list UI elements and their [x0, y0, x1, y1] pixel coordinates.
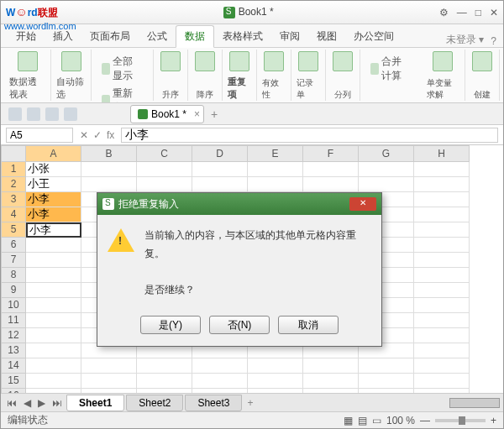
cell[interactable]	[81, 177, 137, 192]
col-header[interactable]: E	[248, 145, 303, 162]
ribbon-showall[interactable]: 全部显示	[97, 53, 148, 85]
row-header[interactable]: 11	[1, 313, 26, 328]
document-tab[interactable]: Book1 *×	[130, 105, 204, 123]
cell[interactable]	[414, 343, 470, 358]
ribbon-pivot[interactable]: 数据透视表	[4, 50, 51, 101]
col-header[interactable]: G	[359, 145, 414, 162]
cell[interactable]	[26, 253, 81, 268]
cell[interactable]	[359, 177, 414, 192]
cell[interactable]	[248, 374, 303, 389]
hscroll[interactable]	[449, 398, 500, 408]
cell[interactable]	[359, 162, 414, 177]
cell[interactable]	[26, 283, 81, 298]
cell[interactable]	[26, 238, 81, 253]
row-header[interactable]: 9	[1, 283, 26, 298]
cell[interactable]	[137, 374, 192, 389]
close-button[interactable]: ✕	[490, 7, 498, 18]
cell[interactable]	[414, 238, 470, 253]
cell[interactable]	[192, 162, 248, 177]
menu-formula[interactable]: 公式	[139, 26, 176, 47]
cell[interactable]	[81, 374, 137, 389]
dialog-titlebar[interactable]: 拒绝重复输入 ✕	[97, 193, 381, 215]
nav-next-icon[interactable]: ▶	[35, 397, 48, 409]
menu-view[interactable]: 视图	[308, 26, 345, 47]
sheet-tab-2[interactable]: Sheet2	[126, 395, 183, 411]
cancel-icon[interactable]: ✕	[80, 129, 88, 141]
nav-last-icon[interactable]: ⏭	[50, 397, 65, 409]
cell[interactable]	[303, 358, 359, 374]
cell[interactable]	[137, 358, 192, 374]
cell[interactable]	[26, 358, 81, 374]
maximize-button[interactable]: □	[475, 7, 481, 18]
cell[interactable]	[26, 343, 81, 358]
col-header[interactable]: A	[26, 145, 81, 162]
row-header[interactable]: 14	[1, 358, 26, 374]
qat-save-icon[interactable]	[8, 107, 22, 121]
col-header[interactable]: C	[137, 145, 192, 162]
ribbon-create[interactable]: 创建	[465, 50, 500, 101]
cell[interactable]	[248, 177, 303, 192]
qat-print-icon[interactable]	[27, 107, 40, 121]
menu-data[interactable]: 数据	[176, 25, 214, 48]
row-header[interactable]: 8	[1, 268, 26, 283]
menu-office[interactable]: 办公空间	[345, 26, 402, 47]
row-header[interactable]: 6	[1, 238, 26, 253]
cell[interactable]: 小李	[26, 207, 81, 222]
nav-prev-icon[interactable]: ◀	[21, 397, 34, 409]
cell[interactable]	[414, 328, 470, 343]
cell[interactable]: 小王	[26, 177, 81, 192]
cell[interactable]	[414, 298, 470, 313]
cell[interactable]	[414, 374, 470, 389]
ribbon-validate[interactable]: 有效性	[257, 50, 291, 101]
sheet-tab-1[interactable]: Sheet1	[66, 395, 124, 411]
cell[interactable]	[192, 358, 248, 374]
cell[interactable]	[248, 162, 303, 177]
row-header[interactable]: 2	[1, 177, 26, 192]
menu-layout[interactable]: 页面布局	[81, 26, 139, 47]
cell[interactable]	[26, 328, 81, 343]
col-header[interactable]: B	[81, 145, 137, 162]
menu-review[interactable]: 审阅	[271, 26, 308, 47]
cell[interactable]	[192, 177, 248, 192]
cell[interactable]	[414, 192, 470, 207]
cell[interactable]	[414, 207, 470, 222]
yes-button[interactable]: 是(Y)	[140, 316, 201, 334]
ribbon-split[interactable]: 分列	[326, 50, 360, 101]
cell[interactable]	[248, 358, 303, 374]
ribbon-reapply[interactable]: 重新应用	[97, 85, 148, 103]
zoom-in-button[interactable]: +	[491, 415, 496, 426]
cell[interactable]	[414, 253, 470, 268]
row-header[interactable]: 13	[1, 343, 26, 358]
no-button[interactable]: 否(N)	[209, 316, 270, 334]
cell[interactable]	[137, 162, 192, 177]
sheet-tab-3[interactable]: Sheet3	[185, 395, 242, 411]
col-header[interactable]: F	[303, 145, 359, 162]
name-box[interactable]	[6, 128, 73, 143]
cell[interactable]	[414, 283, 470, 298]
cell[interactable]	[414, 177, 470, 192]
ribbon-desc[interactable]: 降序	[188, 50, 223, 101]
cell[interactable]	[414, 313, 470, 328]
row-header[interactable]: 4	[1, 207, 26, 222]
select-all[interactable]	[1, 145, 26, 162]
cell[interactable]: 小李	[26, 222, 81, 238]
cell[interactable]	[26, 313, 81, 328]
cell[interactable]	[26, 268, 81, 283]
cancel-button[interactable]: 取消	[278, 316, 339, 334]
add-sheet-button[interactable]: +	[247, 397, 253, 409]
login-status[interactable]: 未登录 ▾	[446, 33, 484, 47]
cell[interactable]	[414, 268, 470, 283]
cell[interactable]	[26, 374, 81, 389]
cell[interactable]	[303, 177, 359, 192]
tab-close-icon[interactable]: ×	[194, 108, 200, 120]
row-header[interactable]: 1	[1, 162, 26, 177]
cell[interactable]: 小张	[26, 162, 81, 177]
settings-icon[interactable]: ⚙	[439, 7, 449, 18]
cell[interactable]: 小李	[26, 192, 81, 207]
formula-input[interactable]	[121, 128, 498, 143]
cell[interactable]	[303, 162, 359, 177]
ribbon-duplicate[interactable]: 重复项	[223, 50, 257, 101]
nav-first-icon[interactable]: ⏮	[4, 397, 19, 409]
add-tab-button[interactable]: +	[211, 107, 218, 121]
cell[interactable]	[303, 374, 359, 389]
